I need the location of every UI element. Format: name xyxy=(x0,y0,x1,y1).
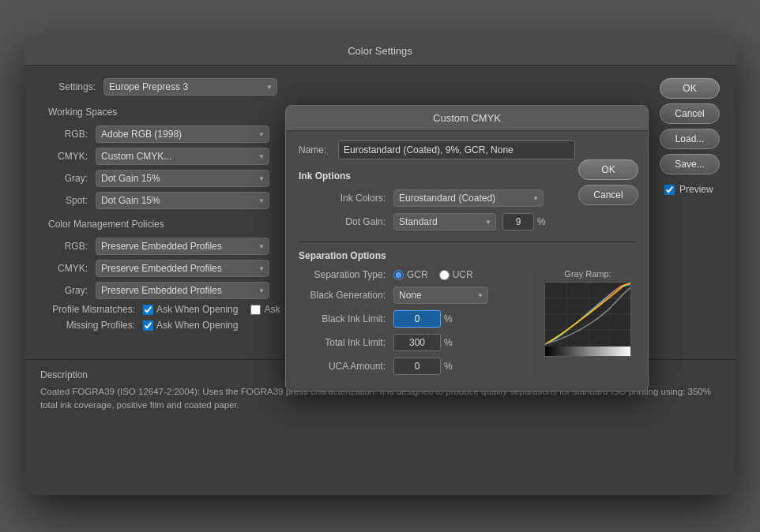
ask-when-opening-checkbox[interactable] xyxy=(143,305,153,315)
settings-select-wrap: Europe Prepress 3 xyxy=(103,78,277,96)
preview-label: Preview xyxy=(679,184,713,195)
modal-buttons: OK Cancel xyxy=(578,159,638,205)
load-button[interactable]: Load... xyxy=(660,129,720,149)
spot-label: Spot: xyxy=(40,195,88,206)
ask-when-pasting-checkbox[interactable] xyxy=(250,305,261,315)
cancel-button[interactable]: Cancel xyxy=(660,103,720,124)
sep-left: Separation Type: GCR UCR xyxy=(299,269,524,381)
custom-cmyk-modal: Custom CMYK OK Cancel Name: Ink Options xyxy=(285,105,649,392)
policy-rgb-select[interactable]: Preserve Embedded Profiles xyxy=(96,238,269,255)
ucr-label: UCR xyxy=(453,269,473,280)
black-ink-limit-label: Black Ink Limit: xyxy=(299,313,386,324)
sep-type-row: Separation Type: GCR UCR xyxy=(299,269,524,280)
main-window: Color Settings OK Cancel Load... Save...… xyxy=(24,37,736,495)
separation-options-title: Separation Options xyxy=(299,250,635,261)
preview-checkbox[interactable] xyxy=(664,185,675,195)
preview-row: Preview xyxy=(664,184,720,195)
ok-button[interactable]: OK xyxy=(660,78,720,99)
settings-select[interactable]: Europe Prepress 3 xyxy=(103,78,277,96)
spot-select[interactable]: Dot Gain 15% xyxy=(96,192,269,209)
black-gen-select[interactable]: None xyxy=(393,287,488,304)
svg-rect-7 xyxy=(545,347,631,357)
black-ink-limit-input[interactable] xyxy=(393,310,441,328)
policy-gray-select[interactable]: Preserve Embedded Profiles xyxy=(96,282,269,299)
gray-label: Gray: xyxy=(40,173,88,184)
ucr-radio[interactable] xyxy=(439,270,450,280)
sep-divider xyxy=(532,269,532,381)
black-gen-label: Black Generation: xyxy=(299,290,386,301)
ask-when-opening-item: Ask When Opening xyxy=(143,304,238,315)
policy-rgb-select-wrap: Preserve Embedded Profiles xyxy=(96,238,269,255)
dot-gain-type-wrap: Standard xyxy=(393,213,496,230)
gcr-radio-item: GCR xyxy=(393,269,428,280)
gray-ramp-svg xyxy=(545,283,631,357)
save-button[interactable]: Save... xyxy=(660,154,720,174)
ask-when-opening-label: Ask When Opening xyxy=(156,304,238,315)
modal-title: Custom CMYK xyxy=(286,106,648,131)
policy-gray-label: Gray: xyxy=(40,285,88,296)
main-content: OK Cancel Load... Save... Preview Settin… xyxy=(24,66,736,351)
total-ink-limit-unit: % xyxy=(444,337,453,348)
black-ink-limit-row: Black Ink Limit: % xyxy=(299,310,524,328)
gray-select[interactable]: Dot Gain 15% xyxy=(96,170,269,187)
modal-name-label: Name: xyxy=(299,144,332,155)
total-ink-limit-input[interactable] xyxy=(393,334,441,351)
sep-type-radios: GCR UCR xyxy=(393,269,473,280)
cmyk-select[interactable]: Custom CMYK... xyxy=(96,148,269,165)
modal-body: OK Cancel Name: Ink Options Ink Colors: xyxy=(286,131,648,391)
settings-label: Settings: xyxy=(40,81,96,92)
window-title: Color Settings xyxy=(348,45,412,57)
policy-rgb-label: RGB: xyxy=(40,241,88,252)
policy-cmyk-select[interactable]: Preserve Embedded Profiles xyxy=(96,260,269,277)
rgb-select[interactable]: Adobe RGB (1998) xyxy=(96,126,269,143)
policy-cmyk-select-wrap: Preserve Embedded Profiles xyxy=(96,260,269,277)
cmyk-label: CMYK: xyxy=(40,151,88,162)
dot-gain-label: Dot Gain: xyxy=(299,216,386,227)
ask-when-pasting-label: Ask xyxy=(264,304,280,315)
uca-amount-input[interactable] xyxy=(393,358,441,375)
dot-gain-value-input[interactable] xyxy=(502,213,534,230)
black-gen-row: Black Generation: None xyxy=(299,287,524,304)
modal-name-input[interactable] xyxy=(338,140,575,159)
ink-colors-select[interactable]: Eurostandard (Coated) xyxy=(393,189,544,207)
modal-cancel-button[interactable]: Cancel xyxy=(578,185,638,205)
dot-gain-controls: Standard % xyxy=(393,213,546,230)
cmyk-select-wrap: Custom CMYK... xyxy=(96,148,269,165)
gcr-label: GCR xyxy=(407,269,428,280)
uca-amount-row: UCA Amount: % xyxy=(299,358,524,375)
uca-amount-unit: % xyxy=(444,361,453,372)
dot-gain-row: Dot Gain: Standard % xyxy=(299,213,635,230)
profile-mismatches-label: Profile Mismatches: xyxy=(40,304,135,315)
modal-overlay: Custom CMYK OK Cancel Name: Ink Options xyxy=(285,105,649,392)
missing-ask-item: Ask When Opening xyxy=(143,320,238,331)
policy-gray-select-wrap: Preserve Embedded Profiles xyxy=(96,282,269,299)
policy-cmyk-label: CMYK: xyxy=(40,263,88,274)
gray-ramp-section: Gray Ramp: xyxy=(540,269,635,381)
modal-name-row: Name: xyxy=(299,140,635,159)
uca-amount-label: UCA Amount: xyxy=(299,361,386,372)
ink-colors-select-wrap: Eurostandard (Coated) xyxy=(393,189,544,207)
spot-select-wrap: Dot Gain 15% xyxy=(96,192,269,209)
sep-type-label: Separation Type: xyxy=(299,269,386,280)
dot-gain-type-select[interactable]: Standard xyxy=(393,213,496,230)
modal-ok-button[interactable]: OK xyxy=(578,159,638,180)
rgb-select-wrap: Adobe RGB (1998) xyxy=(96,126,269,143)
rgb-label: RGB: xyxy=(40,129,88,140)
dot-gain-percent: % xyxy=(537,216,546,227)
gray-ramp-chart xyxy=(544,282,631,357)
black-gen-select-wrap: None xyxy=(393,287,488,304)
missing-ask-checkbox[interactable] xyxy=(143,320,153,331)
missing-profiles-label: Missing Profiles: xyxy=(40,320,135,331)
separation-options-section: Separation Options Separation Type: GCR xyxy=(299,250,635,381)
total-ink-limit-row: Total Ink Limit: % xyxy=(299,334,524,351)
missing-ask-label: Ask When Opening xyxy=(156,320,238,331)
gcr-radio[interactable] xyxy=(393,270,404,280)
right-buttons: OK Cancel Load... Save... Preview xyxy=(660,78,720,195)
total-ink-limit-label: Total Ink Limit: xyxy=(299,337,386,348)
ink-colors-label: Ink Colors: xyxy=(299,193,386,204)
ucr-radio-item: UCR xyxy=(439,269,473,280)
divider xyxy=(299,242,635,242)
settings-row: Settings: Europe Prepress 3 xyxy=(40,78,720,96)
gray-ramp-label: Gray Ramp: xyxy=(564,269,611,279)
black-ink-limit-unit: % xyxy=(444,313,453,324)
